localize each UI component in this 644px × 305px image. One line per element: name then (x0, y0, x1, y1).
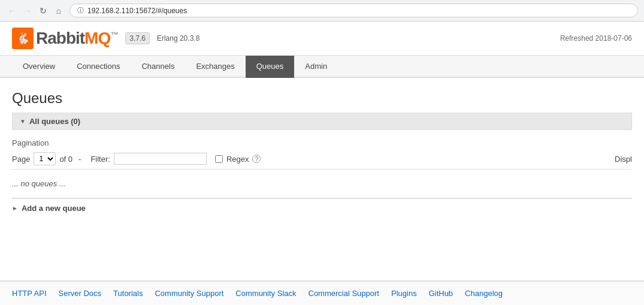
forward-button[interactable]: → (22, 5, 34, 17)
page-select[interactable]: 1 (34, 152, 56, 165)
no-queues-message: ... no queues ... (12, 170, 632, 198)
app-header: 🐇 RabbitMQ™ 3.7.6 Erlang 20.3.8 Refreshe… (0, 22, 644, 56)
chevron-down-icon: ▼ (20, 118, 26, 125)
address-bar[interactable]: ⓘ 192.168.2.110:15672/#/queues (69, 4, 638, 17)
pagination-label: Pagination (12, 138, 632, 147)
regex-checkbox[interactable] (215, 155, 223, 163)
pagination-section: Pagination Page 1 of 0 - Filter: Regex ?… (12, 130, 632, 169)
of-label: of 0 (59, 155, 72, 164)
erlang-badge: Erlang 20.3.8 (157, 34, 199, 43)
logo-text: RabbitMQ™ (36, 29, 118, 48)
tab-queues[interactable]: Queues (246, 56, 295, 78)
logo-area: 🐇 RabbitMQ™ 3.7.6 Erlang 20.3.8 (12, 28, 199, 49)
filter-label: Filter: (90, 155, 110, 164)
browser-bar: ← → ↻ ⌂ ⓘ 192.168.2.110:15672/#/queues (0, 0, 644, 22)
browser-controls: ← → ↻ ⌂ (6, 5, 65, 17)
help-icon[interactable]: ? (252, 155, 261, 163)
nav-tabs: Overview Connections Channels Exchanges … (0, 56, 644, 78)
filter-input[interactable] (114, 153, 207, 165)
add-queue-section: ► Add a new queue (12, 198, 632, 218)
all-queues-label: All queues (0) (29, 117, 80, 126)
main-content: Queues ▼ All queues (0) Pagination Page … (0, 78, 644, 229)
all-queues-section-header[interactable]: ▼ All queues (0) (12, 113, 632, 130)
logo-box: 🐇 RabbitMQ™ (12, 28, 118, 49)
chevron-right-icon: ► (12, 205, 18, 212)
rabbitmq-icon: 🐇 (12, 28, 34, 49)
display-label: Displ (615, 155, 632, 164)
page-title: Queues (12, 90, 632, 107)
tab-exchanges[interactable]: Exchanges (185, 56, 245, 78)
pagination-controls: Page 1 of 0 - Filter: Regex ? Displ (12, 152, 632, 165)
tab-connections[interactable]: Connections (66, 56, 131, 78)
tab-admin[interactable]: Admin (294, 56, 338, 78)
add-queue-label: Add a new queue (22, 204, 86, 213)
dash-separator: - (78, 155, 81, 164)
tab-channels[interactable]: Channels (131, 56, 185, 78)
reload-button[interactable]: ↻ (37, 5, 49, 17)
add-queue-header[interactable]: ► Add a new queue (12, 204, 632, 213)
page-label: Page (12, 155, 30, 164)
back-button[interactable]: ← (6, 5, 18, 17)
version-badge: 3.7.6 (125, 32, 150, 44)
lock-icon: ⓘ (77, 6, 84, 15)
refresh-info: Refreshed 2018-07-06 (560, 34, 632, 43)
url-text: 192.168.2.110:15672/#/queues (87, 7, 187, 15)
regex-label: Regex (226, 155, 249, 164)
home-button[interactable]: ⌂ (53, 5, 65, 17)
tab-overview[interactable]: Overview (12, 56, 66, 78)
